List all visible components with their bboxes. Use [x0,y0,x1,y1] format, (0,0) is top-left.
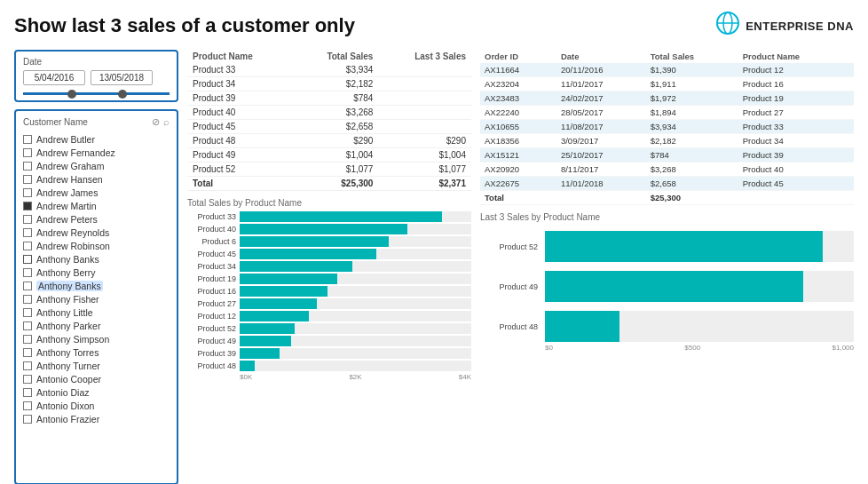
checkbox[interactable] [23,228,32,237]
logo-area: ENTERPRISE DNA [715,11,854,41]
bar-fill [240,261,352,272]
bar-fill [240,311,309,321]
list-item[interactable]: Anthony Little [23,305,170,319]
list-item[interactable]: Andrew Fernandez [23,146,170,159]
list-item[interactable]: Anthony Torres [23,345,170,359]
bar-fill [240,274,337,284]
table-row: Product 48$290$290 [187,134,471,148]
list-item[interactable]: Anthony Turner [23,359,170,372]
bar-fill [240,211,442,222]
bar-row: Product 6 [187,236,471,247]
total-sales-bars: Product 33Product 40Product 6Product 45P… [187,211,471,371]
checkbox[interactable] [23,188,32,197]
header: Show last 3 sales of a customer only ENT… [14,11,854,41]
list-item[interactable]: Andrew Hansen [23,172,170,186]
bar-fill [240,323,295,334]
checkbox[interactable] [23,401,32,410]
bar-row: Product 48 [187,361,471,371]
search-icon[interactable]: ⌕ [163,116,170,128]
list-item[interactable]: ✓ Andrew Martin [23,199,170,212]
table-row: AX209208/11/2017$3,268Product 40 [480,163,854,177]
list-item[interactable]: Antonio Frazier [23,412,170,425]
date-end[interactable]: 13/05/2018 [91,70,153,85]
customer-filter-header: Customer Name ⊘ ⌕ [23,116,170,128]
list-item[interactable]: Anthony Simpson [23,332,170,345]
checkbox[interactable] [23,162,32,171]
checkbox[interactable] [23,415,32,424]
customer-list[interactable]: Andrew Butler Andrew Fernandez Andrew Gr… [23,132,170,472]
checkbox[interactable] [23,361,32,370]
list-item[interactable]: Andrew Robinson [23,239,170,252]
col-product-name: Product Name [187,50,294,63]
list-item[interactable]: Anthony Banks [23,252,170,266]
checkbox[interactable] [23,388,32,397]
slider-track [23,92,170,95]
total-sales-chart-title: Total Sales by Product Name [187,198,471,208]
list-item[interactable]: Andrew Reynolds [23,226,170,239]
date-slider[interactable] [23,92,170,95]
slider-handle-left[interactable] [67,90,76,99]
list-item[interactable]: Anthony Berry [23,266,170,279]
checkbox[interactable] [23,308,32,317]
checkbox[interactable] [23,268,32,277]
bar-row: Product 40 [187,224,471,234]
col-product: Product Name [738,50,854,63]
bar-fill [240,336,291,346]
checkbox[interactable] [23,335,32,344]
list-item[interactable]: Anthony Parker [23,319,170,332]
list-item[interactable]: Andrew Butler [23,132,170,146]
checkbox[interactable] [23,255,32,264]
right-bar-row: Product 52 [480,231,854,262]
list-item[interactable]: Anthony Fisher [23,292,170,305]
product-table: Product Name Total Sales Last 3 Sales Pr… [187,50,471,191]
main-content: Date 5/04/2016 13/05/2018 Customer Name [14,50,854,484]
list-item[interactable]: Andrew James [23,186,170,199]
page: Show last 3 sales of a customer only ENT… [0,0,868,484]
bar-row: Product 39 [187,348,471,359]
date-start[interactable]: 5/04/2016 [23,70,85,85]
checkbox[interactable] [23,148,32,157]
list-item[interactable]: Andrew Peters [23,212,170,226]
list-item[interactable]: Antonio Diaz [23,385,170,399]
list-item[interactable]: Antonio Cooper [23,372,170,385]
eraser-icon[interactable]: ⊘ [152,116,160,128]
table-row: AX2224028/05/2017$1,894Product 27 [480,106,854,120]
slider-handle-right[interactable] [118,90,127,99]
table-row: AX1512125/10/2017$784Product 39 [480,148,854,163]
bar-row: Product 33 [187,211,471,222]
logo-text: ENTERPRISE DNA [746,20,854,33]
last3-axis: $0 $500 $1,000 [480,342,854,352]
last3-bars: Product 52Product 49Product 48 [480,231,854,342]
list-item-highlighted[interactable]: Anthony Banks [23,279,170,292]
checkbox[interactable] [23,135,32,144]
table-row: AX183563/09/2017$2,182Product 34 [480,134,854,148]
table-row: Product 45$2,658 [187,120,471,134]
bar-row: Product 19 [187,274,471,284]
customer-filter-label: Customer Name [23,117,88,127]
bar-fill [240,286,327,297]
checkbox[interactable] [23,348,32,357]
middle-panel: Product Name Total Sales Last 3 Sales Pr… [187,50,471,484]
slider-fill [23,92,170,95]
checkbox[interactable] [23,215,32,224]
checkbox[interactable] [23,375,32,384]
customer-filter: Customer Name ⊘ ⌕ Andrew Butler Andrew F… [14,109,178,484]
checkbox[interactable] [23,242,32,250]
checkbox[interactable] [23,282,32,290]
list-item[interactable]: Antonio Dixon [23,399,170,412]
list-item[interactable]: Andrew Graham [23,159,170,172]
checkbox-checked[interactable]: ✓ [23,202,32,210]
checkbox[interactable] [23,321,32,330]
bar-row: Product 45 [187,249,471,259]
checkbox[interactable] [23,175,32,184]
bar-fill [240,224,407,234]
right-bar-row: Product 48 [480,311,854,342]
bar-row: Product 12 [187,311,471,321]
page-title: Show last 3 sales of a customer only [14,14,355,37]
checkbox[interactable] [23,295,32,304]
table-row: AX2267511/01/2018$2,658Product 45 [480,177,854,191]
bar-row: Product 49 [187,336,471,346]
date-filter-label: Date [23,57,170,67]
bar-fill [240,361,255,371]
logo-icon [715,11,740,41]
